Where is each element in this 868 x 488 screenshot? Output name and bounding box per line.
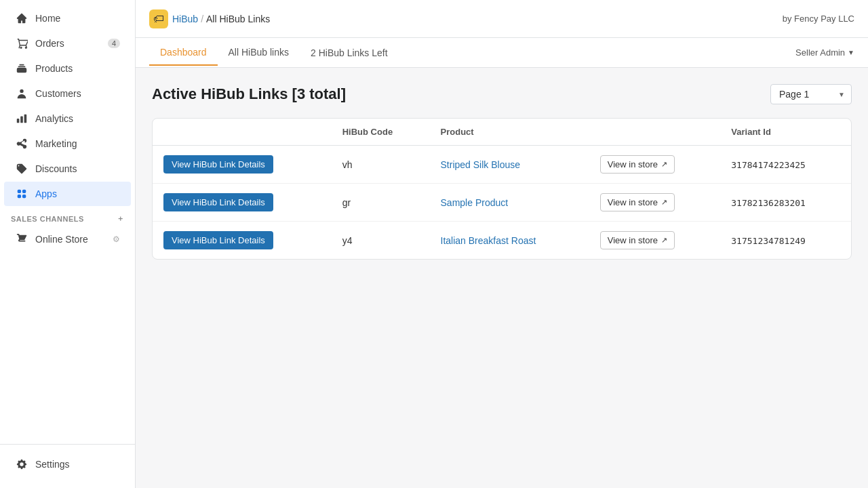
row-product-cell: Striped Silk Blouse (430, 146, 589, 184)
app-icon: 🏷 (149, 9, 168, 28)
page-header: Active HiBub Links [3 total] Page 1 (152, 84, 852, 104)
sidebar-item-label: Home (35, 13, 60, 24)
topbar: 🏷 HiBub / All HiBub Links by Fency Pay L… (136, 0, 868, 38)
breadcrumb-app-name[interactable]: HiBub (172, 14, 198, 24)
external-link-icon: ↗ (661, 160, 667, 169)
subnav-tabs: Dashboard All HiBub links 2 HiBub Links … (149, 40, 399, 65)
sidebar-item-analytics[interactable]: Analytics (4, 106, 131, 131)
external-link-icon: ↗ (661, 198, 667, 207)
table-body: View HiBub Link Details vh Striped Silk … (153, 146, 851, 260)
sidebar-item-marketing[interactable]: Marketing (4, 131, 131, 156)
links-left-text: 2 HiBub Links Left (300, 41, 399, 65)
row-product-cell: Sample Product (430, 184, 589, 222)
hibub-code: gr (342, 197, 351, 208)
view-hibub-link-button[interactable]: View HiBub Link Details (163, 193, 273, 211)
col-product: Product (430, 119, 589, 146)
table-row: View HiBub Link Details y4 Italian Break… (153, 222, 851, 260)
settings-label: Settings (35, 459, 70, 470)
subnav-right: Seller Admin ▼ (795, 47, 854, 58)
sidebar-item-home[interactable]: Home (4, 6, 131, 30)
sidebar-item-products[interactable]: Products (4, 56, 131, 81)
seller-admin-label[interactable]: Seller Admin (795, 47, 845, 58)
sidebar-item-label: Apps (35, 188, 57, 199)
row-code-cell: vh (332, 146, 430, 184)
col-variant-id: Variant Id (720, 119, 851, 146)
links-table: HiBub Code Product Variant Id View HiBub… (153, 119, 851, 259)
row-variant-id-cell: 31751234781249 (720, 222, 851, 260)
breadcrumb-separator: / (201, 14, 203, 24)
online-store-settings-icon[interactable]: ⚙ (113, 235, 120, 244)
sidebar-item-label: Products (35, 63, 73, 74)
row-action-cell: View HiBub Link Details (153, 184, 332, 222)
table-header: HiBub Code Product Variant Id (153, 119, 851, 146)
page-selector[interactable]: Page 1 (770, 84, 852, 104)
variant-id: 31751234781249 (731, 236, 806, 246)
hibub-code: vh (342, 159, 353, 170)
view-in-store-button[interactable]: View in store ↗ (600, 155, 675, 174)
table-row: View HiBub Link Details gr Sample Produc… (153, 184, 851, 222)
view-in-store-button[interactable]: View in store ↗ (600, 231, 675, 249)
sidebar-item-label: Online Store (35, 234, 88, 245)
variant-id: 31782136283201 (731, 198, 806, 208)
row-code-cell: gr (332, 184, 430, 222)
discounts-icon (15, 162, 28, 176)
sidebar-item-label: Analytics (35, 113, 73, 124)
breadcrumb: HiBub / All HiBub Links (172, 14, 270, 24)
col-view (589, 119, 721, 146)
hibub-code: y4 (342, 235, 353, 246)
tab-all-hibub-links[interactable]: All HiBub links (218, 40, 300, 66)
col-action (153, 119, 332, 146)
fency-pay-label: by Fency Pay LLC (783, 14, 854, 24)
subnav: Dashboard All HiBub links 2 HiBub Links … (136, 38, 868, 68)
breadcrumb-current: All HiBub Links (206, 14, 270, 24)
links-table-container: HiBub Code Product Variant Id View HiBub… (152, 118, 852, 260)
sidebar-item-label: Marketing (35, 138, 77, 149)
product-link[interactable]: Italian Breakfast Roast (441, 235, 536, 246)
row-code-cell: y4 (332, 222, 430, 260)
customers-icon (15, 87, 28, 100)
sidebar-item-settings[interactable]: Settings (4, 452, 131, 476)
page-title: Active HiBub Links [3 total] (152, 85, 346, 103)
home-icon (15, 12, 28, 25)
apps-icon (15, 187, 28, 201)
product-link[interactable]: Sample Product (441, 197, 509, 208)
main-content: 🏷 HiBub / All HiBub Links by Fency Pay L… (136, 0, 868, 488)
online-store-icon (15, 232, 28, 246)
table-row: View HiBub Link Details vh Striped Silk … (153, 146, 851, 184)
sidebar-item-online-store[interactable]: Online Store ⚙ (4, 227, 131, 251)
sidebar-bottom: Settings (0, 444, 135, 488)
row-product-cell: Italian Breakfast Roast (430, 222, 589, 260)
sidebar-nav: Home Orders 4 Products Customers A (0, 0, 135, 444)
external-link-icon: ↗ (661, 236, 667, 245)
view-hibub-link-button[interactable]: View HiBub Link Details (163, 155, 273, 174)
topbar-right: by Fency Pay LLC (783, 14, 854, 24)
sales-channels-section: SALES CHANNELS ＋ (0, 207, 135, 226)
marketing-icon (15, 137, 28, 150)
variant-id: 31784174223425 (731, 160, 806, 170)
row-action-cell: View HiBub Link Details (153, 146, 332, 184)
tab-dashboard[interactable]: Dashboard (149, 40, 218, 66)
settings-icon (15, 458, 28, 471)
seller-admin-chevron[interactable]: ▼ (848, 49, 854, 56)
product-link[interactable]: Striped Silk Blouse (441, 159, 521, 170)
sidebar-item-orders[interactable]: Orders 4 (4, 31, 131, 56)
sidebar-item-apps[interactable]: Apps (4, 182, 131, 206)
sales-channels-label: SALES CHANNELS (11, 215, 84, 223)
sidebar-item-label: Discounts (35, 163, 77, 174)
orders-badge: 4 (108, 39, 120, 48)
row-variant-id-cell: 31782136283201 (720, 184, 851, 222)
sidebar-item-discounts[interactable]: Discounts (4, 157, 131, 181)
row-action-cell: View HiBub Link Details (153, 222, 332, 260)
analytics-icon (15, 112, 28, 125)
sidebar-item-customers[interactable]: Customers (4, 81, 131, 106)
content-area: Active HiBub Links [3 total] Page 1 HiBu… (136, 68, 868, 488)
page-selector-wrapper: Page 1 (770, 84, 852, 104)
row-view-store-cell: View in store ↗ (589, 184, 721, 222)
add-sales-channel-icon[interactable]: ＋ (117, 214, 125, 224)
sidebar-item-label: Orders (35, 38, 64, 49)
col-hibub-code: HiBub Code (332, 119, 430, 146)
row-variant-id-cell: 31784174223425 (720, 146, 851, 184)
view-hibub-link-button[interactable]: View HiBub Link Details (163, 231, 273, 249)
row-view-store-cell: View in store ↗ (589, 222, 721, 260)
view-in-store-button[interactable]: View in store ↗ (600, 193, 675, 211)
